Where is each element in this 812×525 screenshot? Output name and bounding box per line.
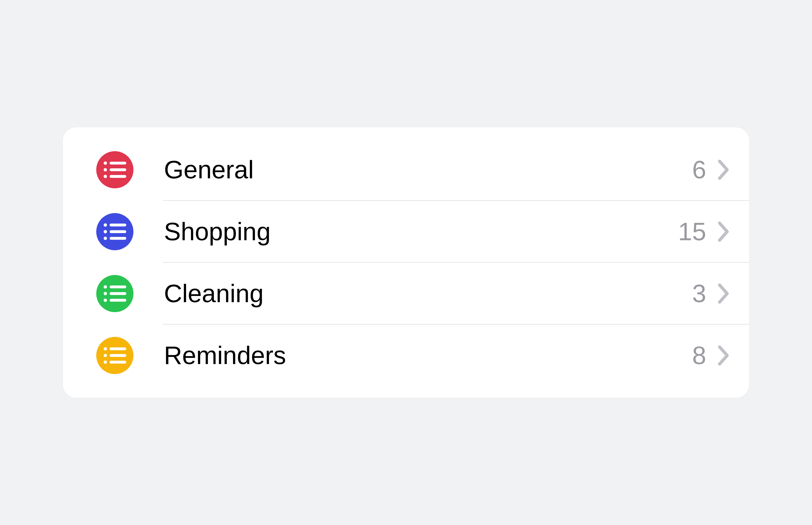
svg-rect-17: [110, 299, 126, 302]
svg-rect-1: [110, 162, 126, 165]
svg-rect-3: [110, 168, 126, 171]
svg-rect-9: [110, 230, 126, 233]
list-bullet-icon: [96, 213, 133, 250]
svg-point-14: [104, 292, 107, 295]
chevron-right-icon: [717, 221, 730, 242]
list-count: 15: [678, 217, 706, 246]
svg-rect-19: [110, 347, 126, 350]
list-label: Cleaning: [164, 279, 692, 308]
svg-point-12: [104, 285, 107, 288]
list-bullet-icon: [96, 275, 133, 312]
chevron-right-icon: [717, 159, 730, 180]
svg-point-16: [104, 299, 107, 302]
list-row-reminders[interactable]: Reminders 8: [63, 325, 749, 387]
svg-point-4: [104, 175, 107, 178]
list-bullet-icon: [96, 151, 133, 188]
list-count: 6: [692, 155, 706, 184]
svg-point-22: [104, 360, 107, 364]
svg-rect-7: [110, 224, 126, 226]
svg-rect-15: [110, 292, 126, 295]
list-row-shopping[interactable]: Shopping 15: [63, 201, 749, 262]
svg-rect-11: [110, 237, 126, 240]
list-row-general[interactable]: General 6: [63, 139, 749, 201]
svg-point-8: [104, 230, 107, 233]
svg-point-10: [104, 237, 107, 240]
svg-point-2: [104, 168, 107, 171]
svg-point-6: [104, 223, 107, 227]
svg-point-20: [104, 354, 107, 357]
svg-rect-5: [110, 175, 126, 178]
svg-rect-13: [110, 285, 126, 288]
list-bullet-icon: [96, 337, 133, 374]
svg-rect-21: [110, 354, 126, 357]
list-count: 8: [692, 341, 706, 370]
chevron-right-icon: [717, 345, 730, 366]
svg-point-0: [104, 162, 107, 165]
list-label: General: [164, 155, 692, 184]
list-count: 3: [692, 279, 706, 308]
list-label: Shopping: [164, 217, 678, 246]
chevron-right-icon: [717, 283, 730, 304]
svg-rect-23: [110, 361, 126, 363]
svg-point-18: [104, 347, 107, 350]
list-label: Reminders: [164, 341, 692, 370]
lists-card: General 6 Shopping 15: [63, 127, 749, 398]
list-row-cleaning[interactable]: Cleaning 3: [63, 262, 749, 325]
